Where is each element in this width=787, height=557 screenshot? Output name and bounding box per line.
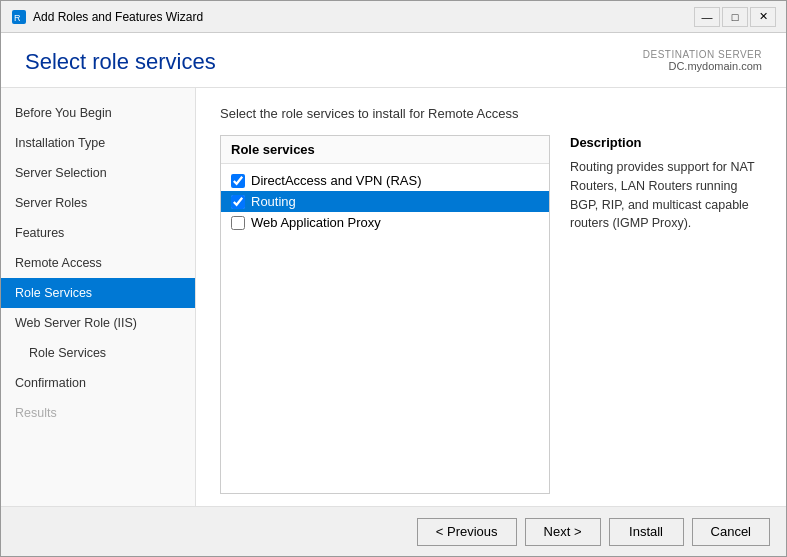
footer: < Previous Next > Install Cancel — [1, 506, 786, 556]
app-icon: R — [11, 9, 27, 25]
sidebar-item-results: Results — [1, 398, 195, 428]
previous-button[interactable]: < Previous — [417, 518, 517, 546]
svg-text:R: R — [14, 13, 21, 23]
role-item-routing[interactable]: Routing — [221, 191, 549, 212]
sidebar-item-web-server-role[interactable]: Web Server Role (IIS) — [1, 308, 195, 338]
description-text: Routing provides support for NAT Routers… — [570, 158, 762, 233]
role-list-header: Role services — [221, 136, 549, 164]
role-checkbox-directaccess[interactable] — [231, 174, 245, 188]
role-item-web-app-proxy[interactable]: Web Application Proxy — [221, 212, 549, 233]
role-label-directaccess: DirectAccess and VPN (RAS) — [251, 173, 422, 188]
role-label-routing: Routing — [251, 194, 296, 209]
role-checkbox-routing[interactable] — [231, 195, 245, 209]
role-services-area: Role services DirectAccess and VPN (RAS)… — [220, 135, 762, 494]
sidebar-item-installation-type[interactable]: Installation Type — [1, 128, 195, 158]
sidebar-item-before-you-begin[interactable]: Before You Begin — [1, 98, 195, 128]
maximize-button[interactable]: □ — [722, 7, 748, 27]
description-header: Description — [570, 135, 762, 150]
page-title: Select role services — [25, 49, 216, 75]
sidebar-item-server-selection[interactable]: Server Selection — [1, 158, 195, 188]
main-panel: Select the role services to install for … — [196, 88, 786, 506]
close-button[interactable]: ✕ — [750, 7, 776, 27]
role-item-directaccess[interactable]: DirectAccess and VPN (RAS) — [221, 170, 549, 191]
title-bar-left: R Add Roles and Features Wizard — [11, 9, 203, 25]
sidebar: Before You BeginInstallation TypeServer … — [1, 88, 196, 506]
main-intro-text: Select the role services to install for … — [220, 106, 762, 121]
destination-server: DESTINATION SERVER DC.mydomain.com — [643, 49, 762, 72]
sidebar-item-role-services[interactable]: Role Services — [1, 278, 195, 308]
page-header: Select role services DESTINATION SERVER … — [1, 33, 786, 88]
role-list-panel: Role services DirectAccess and VPN (RAS)… — [220, 135, 550, 494]
title-bar-controls: — □ ✕ — [694, 7, 776, 27]
main-window: R Add Roles and Features Wizard — □ ✕ Se… — [0, 0, 787, 557]
dest-server-label: DESTINATION SERVER — [643, 49, 762, 60]
sidebar-item-features[interactable]: Features — [1, 218, 195, 248]
role-list-body: DirectAccess and VPN (RAS)RoutingWeb App… — [221, 164, 549, 239]
title-bar: R Add Roles and Features Wizard — □ ✕ — [1, 1, 786, 33]
sidebar-item-confirmation[interactable]: Confirmation — [1, 368, 195, 398]
next-button[interactable]: Next > — [525, 518, 601, 546]
minimize-button[interactable]: — — [694, 7, 720, 27]
window-title: Add Roles and Features Wizard — [33, 10, 203, 24]
content-area: Before You BeginInstallation TypeServer … — [1, 88, 786, 506]
sidebar-item-remote-access[interactable]: Remote Access — [1, 248, 195, 278]
role-checkbox-web-app-proxy[interactable] — [231, 216, 245, 230]
sidebar-item-server-roles[interactable]: Server Roles — [1, 188, 195, 218]
cancel-button[interactable]: Cancel — [692, 518, 770, 546]
dest-server-name: DC.mydomain.com — [643, 60, 762, 72]
sidebar-item-role-services-sub[interactable]: Role Services — [1, 338, 195, 368]
description-panel: Description Routing provides support for… — [570, 135, 762, 494]
role-label-web-app-proxy: Web Application Proxy — [251, 215, 381, 230]
install-button[interactable]: Install — [609, 518, 684, 546]
